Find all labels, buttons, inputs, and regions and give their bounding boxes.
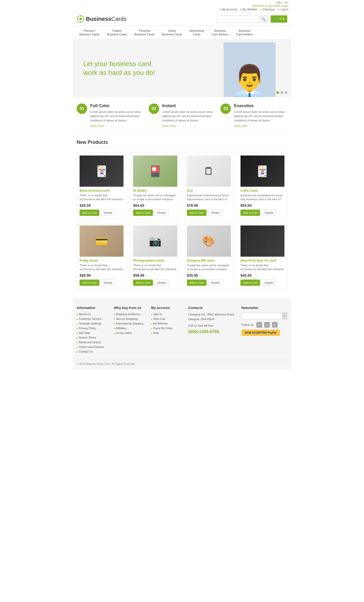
nav-personal[interactable]: PersonalBusiness Cards [131,26,158,40]
add-to-cart-1[interactable]: Add to Cart [133,210,153,216]
footer-account-title: My account [151,306,183,310]
facebook-icon[interactable]: f [256,322,262,328]
footer-account-links: Sign InView CartMy WishlistTrack My Orde… [151,312,183,335]
hero-dot-2[interactable] [281,91,283,94]
product-price-6: $35.95 [187,273,231,277]
footer-info-link-8[interactable]: Contact Us [77,350,93,353]
product-img-content-2: 🗒 [187,156,231,187]
nav-networking[interactable]: NetworkingCards [186,26,208,40]
footer-call-label: Call us now toll free: [188,323,236,328]
search-button[interactable]: 🔍 [259,16,268,22]
nav-online[interactable]: OnlineBusiness Cards [158,26,186,40]
details-button-1[interactable]: Details [154,210,169,216]
product-image-7: 🖨 [240,225,284,257]
footer-why-link-3[interactable]: Affiliates [114,327,127,330]
hero-dot-3[interactable] [285,91,287,94]
footer-grid: Information About UsCustomer ServiceTemp… [77,306,287,354]
add-to-cart-6[interactable]: Add to Cart [187,280,207,286]
product-img-content-3: 🃏 [240,156,284,187]
add-to-cart-4[interactable]: Add to Cart [80,280,99,286]
product-img-content-1: 🎴 [133,156,177,187]
footer-address: Company Inc., 8901 Marmora Road, Glasgow… [188,312,236,321]
product-name-0: Muse business card [80,189,124,192]
footer-account-link-4[interactable]: Help [151,331,159,334]
top-bar: EN ▾ $ ▾ Welcome to our online store! My… [73,0,291,12]
details-button-4[interactable]: Details [101,280,115,286]
footer-info-link-1[interactable]: Customer Service [77,317,101,320]
details-button-7[interactable]: Details [262,280,276,286]
header-right: 🔍 🛒 0 ▾ [217,15,287,23]
product-actions-2: Add to Cart Details [187,210,231,216]
newsletter-input[interactable] [242,313,282,319]
add-to-cart-7[interactable]: Add to Cart [240,280,260,286]
footer-phone[interactable]: (800) 2345-6789 [188,329,236,334]
product-card-1: 🎴 IX Studio Trough the years we've manag… [130,153,180,219]
footer-why-link-0[interactable]: Shipping & Returns [114,313,140,316]
add-to-cart-0[interactable]: Add to Cart [80,210,99,216]
feature-3-link[interactable]: Shop now! [234,124,248,127]
feature-1-link[interactable]: Shop now! [90,124,104,127]
footer-why-link-4[interactable]: Group Sales [114,331,132,334]
nav-stickers[interactable]: BusinessCard Stickers [208,26,232,40]
footer-info-link-3[interactable]: Privacy Policy [77,327,96,330]
footer-info-link-5[interactable]: Search Terms [77,336,96,339]
details-button-6[interactable]: Details [208,280,223,286]
feature-3-num: 03 [220,103,231,114]
logo-text: BusinessCards [86,16,127,22]
lang-currency[interactable]: EN ▾ $ ▾ [276,1,289,4]
footer-why-link-1[interactable]: Secure Shopping [114,317,138,320]
main-nav: PremiumBusiness Cards FoldedBusiness Car… [73,25,291,40]
twitter-icon[interactable]: t [264,322,270,328]
nav-holders[interactable]: BusinessCard Holders [232,26,257,40]
nav-premium[interactable]: PremiumBusiness Cards [75,26,103,40]
checkout-link[interactable]: Checkout [261,8,275,11]
footer-account-link-1[interactable]: View Cart [151,317,165,320]
rss-icon[interactable]: r [272,322,278,328]
feature-1-body: Full Color Lorem ipsum dolor sit amet co… [90,103,144,128]
search-input[interactable] [217,16,259,22]
details-button-2[interactable]: Details [208,210,223,216]
paypal-button[interactable]: NOW ACCEPTING PayPal [242,330,280,336]
feature-1-desc: Lorem ipsum dolor sit amet conse ctetur … [90,110,144,123]
newsletter-submit[interactable]: › [282,313,287,319]
product-card-3: 🃏 Collis cards Experienced entrepreneurs… [238,153,287,219]
footer-account-link-3[interactable]: Track My Order [151,327,173,330]
footer-info-link-2[interactable]: Template Settings [77,322,101,325]
my-wishlist-link[interactable]: My Wishlist [240,8,257,11]
details-button-3[interactable]: Details [262,210,276,216]
product-desc-7: There is no doubt that eCommerce will al… [240,263,284,272]
add-to-cart-5[interactable]: Add to Cart [133,280,153,286]
login-link[interactable]: Log In [278,8,289,11]
product-name-1: IX Studio [133,189,177,192]
footer-why-link-2[interactable]: International Shipping [114,322,144,325]
product-desc-1: Trough the years we've managed to create… [133,193,177,202]
product-desc-4: There is no doubt that eCommerce will al… [80,263,124,272]
product-name-2: Gist [187,189,231,192]
feature-2-link[interactable]: Shop now! [162,124,176,127]
product-card-7: 🖨 Ideal Print Spot UV card There is no d… [238,223,287,289]
footer: Information About UsCustomer ServiceTemp… [73,299,291,369]
footer-info-link-0[interactable]: About Us [77,313,90,316]
cart-button[interactable]: 🛒 0 ▾ [271,15,287,23]
hero-dots [276,91,287,94]
footer-info-link-6[interactable]: Advanced Search [77,341,101,344]
hero-dot-1[interactable] [276,91,279,94]
nav-folded[interactable]: FoldedBusiness Cards [103,26,131,40]
footer-account-link-0[interactable]: Sign In [151,313,162,316]
feature-3: 03 Executive Lorem ipsum dolor sit amet … [220,103,287,128]
feature-3-desc: Lorem ipsum dolor sit amet conse ctetur … [234,110,287,123]
product-name-3: Collis cards [240,189,284,192]
logo[interactable]: BusinessCards [77,15,127,23]
product-name-5: Photographers cards [133,259,177,262]
footer-account-link-2[interactable]: My Wishlist [151,322,167,325]
details-button-5[interactable]: Details [154,280,169,286]
footer-account: My account Sign InView CartMy WishlistTr… [151,306,183,354]
add-to-cart-3[interactable]: Add to Cart [240,210,260,216]
footer-info-link-7[interactable]: Orders and Returns [77,345,104,348]
add-to-cart-2[interactable]: Add to Cart [187,210,207,216]
product-name-4: Pretty Green [80,259,124,262]
product-img-content-6: 🎨 [187,225,231,257]
my-account-link[interactable]: My Account [220,8,237,11]
details-button-0[interactable]: Details [101,210,115,216]
footer-info-link-4[interactable]: Site Map [77,331,90,334]
